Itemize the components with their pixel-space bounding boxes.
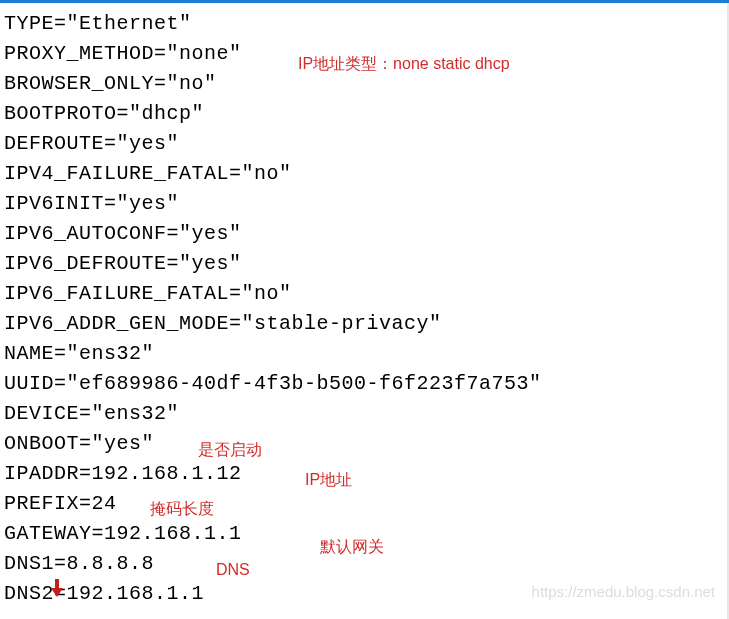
config-line: DEVICE="ens32" <box>4 399 725 429</box>
cursor-icon <box>51 578 63 608</box>
config-line: IPV6_AUTOCONF="yes" <box>4 219 725 249</box>
annotation-gateway: 默认网关 <box>320 532 384 562</box>
config-line: TYPE="Ethernet" <box>4 9 725 39</box>
config-line: ONBOOT="yes" <box>4 429 725 459</box>
config-line: IPV4_FAILURE_FATAL="no" <box>4 159 725 189</box>
config-line: IPADDR=192.168.1.12 <box>4 459 725 489</box>
config-line: DEFROUTE="yes" <box>4 129 725 159</box>
config-line: NAME="ens32" <box>4 339 725 369</box>
annotation-dns: DNS <box>216 555 250 585</box>
config-line: IPV6_ADDR_GEN_MODE="stable-privacy" <box>4 309 725 339</box>
config-line: PREFIX=24 <box>4 489 725 519</box>
annotation-ipaddr: IP地址 <box>305 465 352 495</box>
annotation-prefix: 掩码长度 <box>150 494 214 524</box>
annotation-onboot: 是否启动 <box>198 435 262 465</box>
config-line: IPV6_FAILURE_FATAL="no" <box>4 279 725 309</box>
config-line: BOOTPROTO="dhcp" <box>4 99 725 129</box>
config-line: IPV6_DEFROUTE="yes" <box>4 249 725 279</box>
annotation-ip-type: IP地址类型：none static dhcp <box>298 49 510 79</box>
config-line: IPV6INIT="yes" <box>4 189 725 219</box>
config-line: UUID="ef689986-40df-4f3b-b500-f6f223f7a7… <box>4 369 725 399</box>
watermark: https://zmedu.blog.csdn.net <box>532 577 715 607</box>
config-content: TYPE="Ethernet" PROXY_METHOD="none" BROW… <box>0 3 729 613</box>
